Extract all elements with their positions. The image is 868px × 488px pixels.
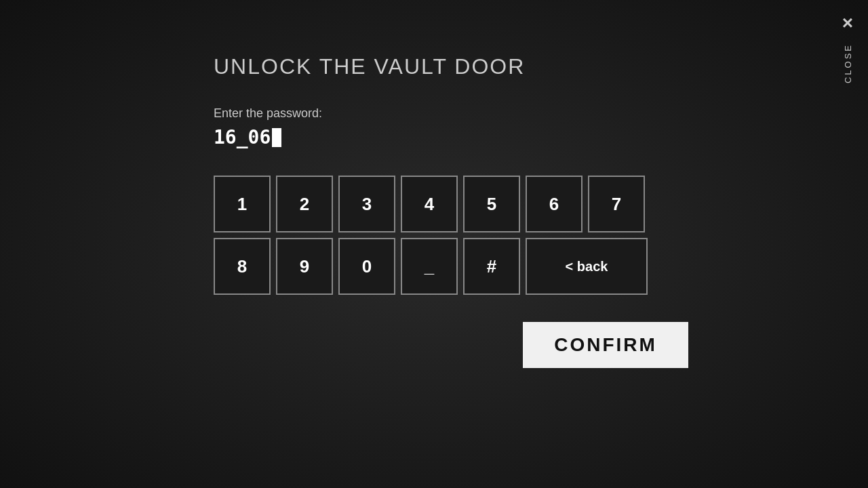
keypad-row-1: 1 2 3 4 5 6 7 [214, 176, 688, 232]
keypad: 1 2 3 4 5 6 7 8 9 0 _ # < back [214, 176, 688, 295]
keypad-row-2: 8 9 0 _ # < back [214, 238, 688, 295]
key-0[interactable]: 0 [338, 238, 395, 295]
key-2[interactable]: 2 [276, 176, 333, 232]
close-icon: × [842, 14, 853, 33]
key-6[interactable]: 6 [526, 176, 583, 232]
key-9[interactable]: 9 [276, 238, 333, 295]
close-label: CLOSE [843, 43, 853, 83]
key-4[interactable]: 4 [401, 176, 458, 232]
key-hash[interactable]: # [463, 238, 520, 295]
close-panel[interactable]: × CLOSE [827, 0, 868, 136]
key-back[interactable]: < back [526, 238, 648, 295]
password-display: 16_06 [214, 126, 688, 148]
confirm-area: CONFIRM [214, 322, 688, 368]
key-8[interactable]: 8 [214, 238, 271, 295]
confirm-button[interactable]: CONFIRM [523, 322, 688, 368]
page-title: UNLOCK THE VAULT DOOR [214, 54, 688, 79]
password-value: 16_06 [214, 126, 271, 148]
key-underscore[interactable]: _ [401, 238, 458, 295]
key-1[interactable]: 1 [214, 176, 271, 232]
key-3[interactable]: 3 [338, 176, 395, 232]
key-7[interactable]: 7 [588, 176, 645, 232]
password-label: Enter the password: [214, 106, 688, 121]
main-content: UNLOCK THE VAULT DOOR Enter the password… [214, 54, 688, 368]
key-5[interactable]: 5 [463, 176, 520, 232]
cursor-block [272, 128, 281, 147]
